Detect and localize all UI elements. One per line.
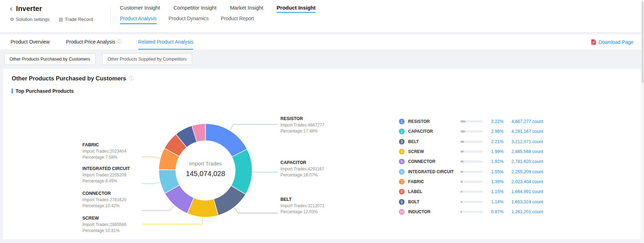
rank-badge: 8: [399, 189, 405, 194]
callout-trades: Import Trades:2781620: [82, 197, 143, 203]
count-link[interactable]: 2,255,209 count: [511, 169, 543, 174]
analysis-nav-bar: Product Overview Product Price Analysis …: [0, 34, 644, 50]
nav-related-product-analysis[interactable]: Related Product Analysis: [138, 34, 193, 50]
chip-supplied-by-competitors[interactable]: Other Products Supplied by Competitors: [102, 53, 192, 65]
download-page-label: Download Page: [598, 39, 633, 45]
rank-badge: 5: [399, 159, 405, 164]
progress-bar-fill: [460, 171, 463, 173]
callout-percent: Percentage:12.03%: [280, 209, 341, 215]
count-link[interactable]: 2,781,620 count: [511, 159, 543, 164]
trade-record-link[interactable]: ▤ Trade Record: [59, 17, 93, 22]
rank-badge: 4: [399, 149, 405, 154]
download-page-button[interactable]: Download Page: [591, 34, 633, 50]
count-link[interactable]: 3,212,071 count: [511, 139, 543, 144]
percent-value: 1.14%: [488, 199, 504, 204]
callout-name: RESISTOR: [280, 116, 341, 122]
chart-section: Import Trades 145,074,028 RESISTOR Impor…: [12, 100, 632, 242]
progress-bar-fill: [460, 201, 462, 203]
count-link[interactable]: 2,023,404 count: [511, 179, 543, 184]
tab-product-analysis[interactable]: Product Analysis: [120, 16, 157, 24]
header-left: ‹ Inverter ⚙ Solution settings ▤ Trade R…: [0, 0, 110, 32]
nav-product-price-analysis[interactable]: Product Price Analysis ⓘ: [66, 34, 122, 50]
progress-bar: [460, 181, 483, 183]
product-name: RESISTOR: [408, 119, 460, 124]
nav-product-overview[interactable]: Product Overview: [11, 34, 50, 50]
chart-callout: FABRIC Import Trades:2023404 Percentage:…: [82, 142, 143, 160]
ranking-row: 5 CONNECTOR 1.92% 2,781,620 count: [399, 157, 565, 166]
percent-value: 1.55%: [488, 169, 504, 174]
nav-product-overview-label: Product Overview: [11, 39, 50, 45]
tab-product-report[interactable]: Product Report: [221, 16, 254, 24]
count-link[interactable]: 2,885,568 count: [511, 149, 543, 154]
document-icon: ▤: [59, 17, 63, 22]
vertical-scrollbar[interactable]: [641, 0, 644, 243]
ranking-row: 7 FABRIC 1.39% 2,023,404 count: [399, 177, 565, 187]
nav-related-product-analysis-label: Related Product Analysis: [138, 39, 193, 45]
callout-trades: Import Trades:3212071: [280, 203, 341, 209]
progress-bar-fill: [460, 141, 464, 143]
callout-percent: Percentage:10.81%: [82, 228, 143, 234]
ranking-row: 8 LABEL 1.15% 1,664,991 count: [399, 187, 565, 197]
callout-name: CONNECTOR: [82, 191, 143, 197]
callout-name: INTEGRATED CIRCUIT: [82, 166, 143, 172]
tab-product-dynamics[interactable]: Product Dynamics: [169, 16, 209, 24]
callout-trades: Import Trades:2023404: [82, 148, 143, 154]
rank-badge: 10: [399, 209, 405, 215]
pdf-file-icon: [591, 39, 596, 45]
count-link[interactable]: 4,667,277 count: [511, 119, 543, 124]
callout-percent: Percentage:16.07%: [280, 172, 341, 178]
count-link[interactable]: 1,261,201 count: [511, 209, 543, 214]
callout-trades: Import Trades:2885568: [82, 222, 143, 228]
tab-market-insight[interactable]: Market Insight: [230, 5, 263, 13]
percent-value: 1.39%: [488, 179, 504, 184]
count-link[interactable]: 1,653,324 count: [511, 199, 543, 204]
progress-bar: [460, 120, 483, 123]
scrollbar-thumb[interactable]: [642, 1, 644, 83]
progress-bar: [460, 141, 483, 143]
solution-settings-label: Solution settings: [16, 17, 50, 22]
rank-badge: 1: [399, 119, 405, 124]
progress-bar: [460, 201, 483, 203]
callout-trades: Import Trades:4667277: [280, 122, 341, 128]
percent-value: 1.99%: [488, 149, 504, 154]
analysis-panel: Other Products Purchased by Customers ⓘ …: [3, 69, 641, 239]
tab-customer-insight[interactable]: Customer Insight: [120, 5, 160, 13]
info-icon[interactable]: ⓘ: [117, 39, 122, 44]
tab-product-insight[interactable]: Product Insight: [277, 5, 315, 13]
info-icon[interactable]: ⓘ: [129, 76, 134, 81]
callout-percent: Percentage:7.58%: [82, 154, 143, 160]
product-name: INTEGRATED CIRCUIT: [408, 169, 460, 174]
product-name: BOLT: [408, 199, 460, 204]
ranking-row: 9 BOLT 1.14% 1,653,324 count: [399, 197, 565, 207]
donut-chart[interactable]: [12, 100, 401, 242]
count-link[interactable]: 4,291,167 count: [511, 129, 543, 134]
percent-value: 1.15%: [488, 189, 504, 194]
ranking-row: 6 INTEGRATED CIRCUIT 1.55% 2,255,209 cou…: [399, 166, 565, 176]
percent-value: 1.92%: [488, 159, 504, 164]
tab-competitor-insight[interactable]: Competitor Insight: [173, 5, 216, 13]
progress-bar-fill: [460, 160, 464, 163]
chip-purchased-by-customers[interactable]: Other Products Purchased by Customers: [4, 53, 95, 65]
filter-chip-row: Other Products Purchased by Customers Ot…: [4, 53, 644, 65]
sub-tab-bar: Product Analysis Product Dynamics Produc…: [120, 16, 315, 24]
percent-value: 2.21%: [488, 139, 504, 144]
accent-bar: [12, 89, 13, 94]
solution-settings-link[interactable]: ⚙ Solution settings: [10, 17, 50, 22]
main-tab-bar: Customer Insight Competitor Insight Mark…: [120, 5, 315, 13]
rank-badge: 3: [399, 139, 405, 145]
callout-percent: Percentage:8.45%: [82, 178, 143, 184]
nav-spacer: [209, 34, 591, 50]
callout-percent: Percentage:10.42%: [82, 203, 143, 209]
chart-callout: RESISTOR Import Trades:4667277 Percentag…: [280, 116, 341, 134]
progress-bar-fill: [460, 130, 465, 132]
back-chevron-icon[interactable]: ‹: [10, 5, 12, 12]
callout-name: BELT: [280, 197, 341, 203]
callout-percent: Percentage:17.48%: [280, 128, 341, 134]
count-link[interactable]: 1,664,991 count: [511, 189, 543, 194]
chart-callout: CONNECTOR Import Trades:2781620 Percenta…: [82, 191, 143, 209]
header-tabs: Customer Insight Competitor Insight Mark…: [111, 0, 315, 32]
page-title: Inverter: [16, 5, 42, 13]
product-name: BELT: [408, 139, 460, 144]
progress-bar: [460, 211, 483, 213]
product-name: CAPACITOR: [408, 129, 460, 134]
